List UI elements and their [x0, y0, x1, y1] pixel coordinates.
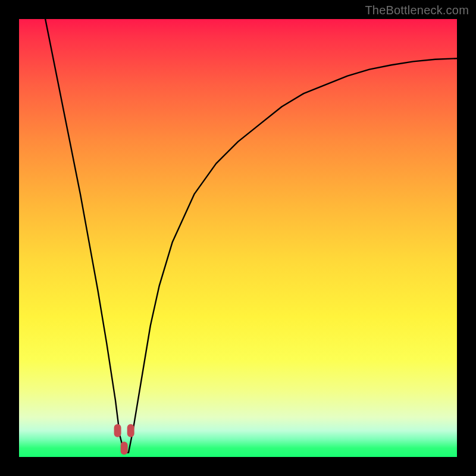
plot-area [19, 19, 457, 457]
dip-marker [127, 424, 134, 437]
bottleneck-curve [45, 19, 457, 453]
watermark-text: TheBottleneck.com [365, 4, 469, 17]
outer-frame: TheBottleneck.com [0, 0, 476, 476]
curve-svg-layer [19, 19, 457, 457]
dip-marker [121, 441, 128, 455]
dip-marker [114, 424, 121, 437]
